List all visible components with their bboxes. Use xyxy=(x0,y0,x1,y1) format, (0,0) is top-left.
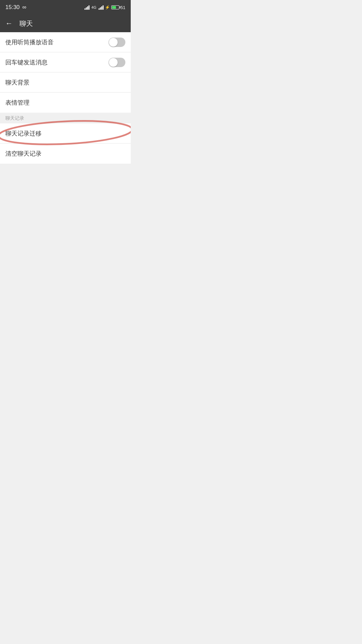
earpiece-audio-label: 使用听筒播放语音 xyxy=(5,38,54,46)
setting-item-chat-bg[interactable]: 聊天背景 xyxy=(0,72,131,93)
bottom-area xyxy=(0,164,131,232)
chat-history-items: 聊天记录迁移 清空聊天记录 xyxy=(0,123,131,164)
setting-item-emoji-mgmt[interactable]: 表情管理 xyxy=(0,93,131,113)
chat-migrate-label: 聊天记录迁移 xyxy=(5,129,42,138)
enter-send-toggle[interactable] xyxy=(109,58,125,67)
chat-bg-label: 聊天背景 xyxy=(5,78,29,87)
earpiece-audio-toggle[interactable] xyxy=(109,38,125,47)
emoji-mgmt-label: 表情管理 xyxy=(5,99,29,107)
network-type: 4G xyxy=(92,5,97,9)
battery-percent: 51 xyxy=(121,5,125,10)
status-bar: 15:30 ∞ 4G ⚡ xyxy=(0,0,131,15)
signal-bars-2 xyxy=(99,5,104,10)
enter-send-label: 回车键发送消息 xyxy=(5,58,48,66)
setting-item-clear-chat[interactable]: 清空聊天记录 xyxy=(0,144,131,164)
settings-container: 使用听筒播放语音 回车键发送消息 聊天背景 表情管理 xyxy=(0,32,131,232)
setting-item-chat-migrate[interactable]: 聊天记录迁移 xyxy=(0,123,131,144)
setting-item-earpiece-audio[interactable]: 使用听筒播放语音 xyxy=(0,32,131,52)
battery-indicator xyxy=(111,5,119,9)
clear-chat-label: 清空聊天记录 xyxy=(5,150,42,158)
battery-fill xyxy=(112,6,116,9)
signal-bars-1 xyxy=(84,5,89,10)
back-button[interactable]: ← xyxy=(5,19,13,28)
status-left: 15:30 ∞ xyxy=(5,4,26,11)
app-bar: ← 聊天 xyxy=(0,15,131,32)
page-title: 聊天 xyxy=(19,19,33,28)
main-settings-section: 使用听筒播放语音 回车键发送消息 聊天背景 表情管理 xyxy=(0,32,131,113)
chat-history-section: 聊天记录 聊天记录迁移 清空聊天记录 xyxy=(0,113,131,164)
chat-history-header: 聊天记录 xyxy=(0,113,131,123)
battery-body xyxy=(111,5,119,9)
toggle-knob-enter xyxy=(109,58,118,67)
infinity-icon: ∞ xyxy=(22,4,26,11)
charging-icon: ⚡ xyxy=(105,5,110,10)
status-right: 4G ⚡ 51 xyxy=(84,5,125,10)
setting-item-enter-send[interactable]: 回车键发送消息 xyxy=(0,52,131,72)
time-display: 15:30 xyxy=(5,4,20,11)
toggle-knob-earpiece xyxy=(109,38,118,47)
